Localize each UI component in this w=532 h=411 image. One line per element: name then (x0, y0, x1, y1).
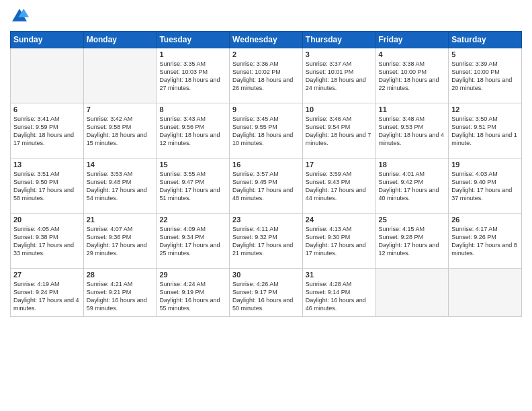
day-info: Sunrise: 4:09 AMSunset: 9:34 PMDaylight:… (159, 225, 226, 258)
calendar-day-cell: 19Sunrise: 4:03 AMSunset: 9:40 PMDayligh… (449, 158, 522, 214)
calendar-day-cell: 13Sunrise: 3:51 AMSunset: 9:50 PMDayligh… (11, 158, 84, 214)
day-number: 29 (159, 271, 226, 279)
day-number: 2 (232, 50, 300, 58)
day-number: 19 (451, 161, 519, 169)
day-number: 20 (13, 216, 81, 224)
calendar-day-cell: 25Sunrise: 4:15 AMSunset: 9:28 PMDayligh… (375, 214, 449, 269)
calendar-day-cell: 3Sunrise: 3:37 AMSunset: 10:01 PMDayligh… (302, 48, 375, 103)
day-number: 9 (232, 105, 300, 113)
calendar-day-cell: 11Sunrise: 3:48 AMSunset: 9:53 PMDayligh… (375, 103, 449, 158)
day-number: 11 (379, 105, 446, 113)
day-info: Sunrise: 4:01 AMSunset: 9:42 PMDaylight:… (379, 170, 446, 203)
calendar-day-cell: 20Sunrise: 4:05 AMSunset: 9:38 PMDayligh… (11, 214, 84, 269)
calendar-day-cell: 6Sunrise: 3:41 AMSunset: 9:59 PMDaylight… (11, 103, 84, 158)
calendar-day-cell (11, 48, 84, 103)
day-info: Sunrise: 3:42 AMSunset: 9:58 PMDaylight:… (87, 115, 154, 148)
day-number: 15 (159, 161, 226, 169)
day-number: 23 (232, 216, 300, 224)
calendar-header-thursday: Thursday (302, 32, 375, 48)
day-info: Sunrise: 3:39 AMSunset: 10:00 PMDaylight… (451, 60, 519, 93)
calendar-day-cell: 12Sunrise: 3:50 AMSunset: 9:51 PMDayligh… (449, 103, 522, 158)
calendar-day-cell: 22Sunrise: 4:09 AMSunset: 9:34 PMDayligh… (157, 214, 230, 269)
day-number: 18 (379, 161, 446, 169)
day-info: Sunrise: 3:59 AMSunset: 9:43 PMDaylight:… (306, 170, 373, 203)
calendar-day-cell: 1Sunrise: 3:35 AMSunset: 10:03 PMDayligh… (157, 48, 230, 103)
day-info: Sunrise: 3:48 AMSunset: 9:53 PMDaylight:… (379, 115, 446, 148)
calendar-day-cell: 27Sunrise: 4:19 AMSunset: 9:24 PMDayligh… (11, 269, 84, 317)
calendar-day-cell (449, 269, 522, 317)
calendar-header-sunday: Sunday (11, 32, 84, 48)
day-info: Sunrise: 3:43 AMSunset: 9:56 PMDaylight:… (159, 115, 226, 148)
calendar-day-cell: 16Sunrise: 3:57 AMSunset: 9:45 PMDayligh… (230, 158, 303, 214)
calendar-day-cell: 15Sunrise: 3:55 AMSunset: 9:47 PMDayligh… (157, 158, 230, 214)
day-info: Sunrise: 3:55 AMSunset: 9:47 PMDaylight:… (159, 170, 226, 203)
day-info: Sunrise: 4:13 AMSunset: 9:30 PMDaylight:… (306, 225, 373, 258)
calendar-day-cell: 8Sunrise: 3:43 AMSunset: 9:56 PMDaylight… (157, 103, 230, 158)
day-info: Sunrise: 4:21 AMSunset: 9:21 PMDaylight:… (87, 280, 154, 313)
calendar-header-tuesday: Tuesday (157, 32, 230, 48)
calendar-day-cell: 2Sunrise: 3:36 AMSunset: 10:02 PMDayligh… (230, 48, 303, 103)
day-info: Sunrise: 3:38 AMSunset: 10:00 PMDaylight… (379, 60, 446, 93)
calendar-week-row: 6Sunrise: 3:41 AMSunset: 9:59 PMDaylight… (11, 103, 522, 158)
day-number: 21 (87, 216, 154, 224)
calendar-day-cell: 28Sunrise: 4:21 AMSunset: 9:21 PMDayligh… (83, 269, 157, 317)
day-number: 22 (159, 216, 226, 224)
day-number: 8 (159, 105, 226, 113)
day-number: 30 (232, 271, 300, 279)
day-info: Sunrise: 4:03 AMSunset: 9:40 PMDaylight:… (451, 170, 519, 203)
day-info: Sunrise: 4:15 AMSunset: 9:28 PMDaylight:… (379, 225, 446, 258)
calendar-day-cell: 17Sunrise: 3:59 AMSunset: 9:43 PMDayligh… (302, 158, 375, 214)
day-number: 6 (13, 105, 81, 113)
day-info: Sunrise: 3:36 AMSunset: 10:02 PMDaylight… (232, 60, 300, 93)
day-info: Sunrise: 3:51 AMSunset: 9:50 PMDaylight:… (13, 170, 81, 203)
calendar-header-friday: Friday (375, 32, 449, 48)
logo (10, 7, 32, 26)
day-info: Sunrise: 4:17 AMSunset: 9:26 PMDaylight:… (451, 225, 519, 258)
calendar-header-monday: Monday (83, 32, 157, 48)
day-number: 10 (306, 105, 373, 113)
calendar: SundayMondayTuesdayWednesdayThursdayFrid… (10, 31, 522, 317)
day-info: Sunrise: 3:35 AMSunset: 10:03 PMDaylight… (159, 60, 226, 93)
calendar-day-cell (375, 269, 449, 317)
day-number: 1 (159, 50, 226, 58)
day-info: Sunrise: 3:45 AMSunset: 9:55 PMDaylight:… (232, 115, 300, 148)
calendar-day-cell: 30Sunrise: 4:26 AMSunset: 9:17 PMDayligh… (230, 269, 303, 317)
calendar-day-cell: 29Sunrise: 4:24 AMSunset: 9:19 PMDayligh… (157, 269, 230, 317)
day-info: Sunrise: 4:26 AMSunset: 9:17 PMDaylight:… (232, 280, 300, 313)
day-number: 5 (451, 50, 519, 58)
day-number: 28 (87, 271, 154, 279)
calendar-week-row: 20Sunrise: 4:05 AMSunset: 9:38 PMDayligh… (11, 214, 522, 269)
day-number: 17 (306, 161, 373, 169)
day-info: Sunrise: 3:46 AMSunset: 9:54 PMDaylight:… (306, 115, 373, 148)
day-info: Sunrise: 3:37 AMSunset: 10:01 PMDaylight… (306, 60, 373, 93)
day-info: Sunrise: 4:05 AMSunset: 9:38 PMDaylight:… (13, 225, 81, 258)
calendar-day-cell: 5Sunrise: 3:39 AMSunset: 10:00 PMDayligh… (449, 48, 522, 103)
day-info: Sunrise: 4:11 AMSunset: 9:32 PMDaylight:… (232, 225, 300, 258)
calendar-week-row: 1Sunrise: 3:35 AMSunset: 10:03 PMDayligh… (11, 48, 522, 103)
calendar-day-cell: 9Sunrise: 3:45 AMSunset: 9:55 PMDaylight… (230, 103, 303, 158)
day-info: Sunrise: 4:28 AMSunset: 9:14 PMDaylight:… (306, 280, 373, 313)
calendar-day-cell: 14Sunrise: 3:53 AMSunset: 9:48 PMDayligh… (83, 158, 157, 214)
day-info: Sunrise: 4:24 AMSunset: 9:19 PMDaylight:… (159, 280, 226, 313)
day-info: Sunrise: 4:19 AMSunset: 9:24 PMDaylight:… (13, 280, 81, 313)
day-number: 25 (379, 216, 446, 224)
day-number: 3 (306, 50, 373, 58)
day-info: Sunrise: 3:41 AMSunset: 9:59 PMDaylight:… (13, 115, 81, 148)
calendar-day-cell: 10Sunrise: 3:46 AMSunset: 9:54 PMDayligh… (302, 103, 375, 158)
day-number: 12 (451, 105, 519, 113)
calendar-header-row: SundayMondayTuesdayWednesdayThursdayFrid… (11, 32, 522, 48)
day-number: 26 (451, 216, 519, 224)
calendar-day-cell: 23Sunrise: 4:11 AMSunset: 9:32 PMDayligh… (230, 214, 303, 269)
day-info: Sunrise: 3:50 AMSunset: 9:51 PMDaylight:… (451, 115, 519, 148)
calendar-week-row: 13Sunrise: 3:51 AMSunset: 9:50 PMDayligh… (11, 158, 522, 214)
day-number: 14 (87, 161, 154, 169)
calendar-day-cell: 26Sunrise: 4:17 AMSunset: 9:26 PMDayligh… (449, 214, 522, 269)
day-number: 24 (306, 216, 373, 224)
day-number: 4 (379, 50, 446, 58)
calendar-day-cell: 7Sunrise: 3:42 AMSunset: 9:58 PMDaylight… (83, 103, 157, 158)
day-info: Sunrise: 4:07 AMSunset: 9:36 PMDaylight:… (87, 225, 154, 258)
calendar-week-row: 27Sunrise: 4:19 AMSunset: 9:24 PMDayligh… (11, 269, 522, 317)
calendar-header-wednesday: Wednesday (230, 32, 303, 48)
day-number: 27 (13, 271, 81, 279)
day-number: 16 (232, 161, 300, 169)
